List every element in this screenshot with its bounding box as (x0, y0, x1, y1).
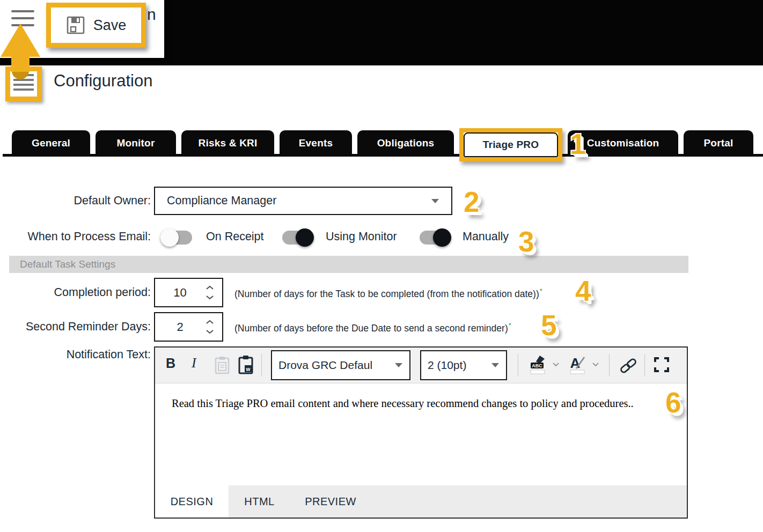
save-icon (66, 16, 85, 35)
toolbar-divider (261, 354, 262, 376)
hint-text: (Number of days before the Due Date to s… (234, 323, 508, 334)
hamburger-bar (11, 10, 34, 12)
editor-content-area[interactable]: Read this Triage PRO email content and w… (155, 383, 687, 485)
default-owner-value: Compliance Manager (167, 194, 276, 208)
step-badge-5: 5 (541, 311, 556, 339)
toolbar-divider (518, 354, 518, 376)
toolbar-divider (609, 354, 610, 376)
completion-period-input[interactable]: 10 (154, 278, 223, 307)
spinner-up-icon[interactable] (206, 320, 214, 324)
default-owner-select[interactable]: Compliance Manager (154, 187, 452, 215)
step-badge-1: 1 (570, 130, 585, 158)
completion-period-label: Completion period: (0, 286, 151, 299)
hamburger-bar (11, 17, 34, 19)
svg-text:w: w (246, 366, 251, 372)
configuration-tabbar: General Monitor Risks & KRI Events Oblig… (12, 130, 753, 161)
tab-triage-pro[interactable]: Triage PRO (464, 132, 558, 157)
font-name-value: Drova GRC Defaul (278, 359, 394, 372)
hint-text: (Number of days for the Task to be compl… (234, 289, 539, 299)
save-button-highlight-box: Save (46, 3, 146, 48)
second-reminder-hint: (Number of days before the Due Date to s… (234, 321, 511, 334)
second-reminder-label: Second Reminder Days: (0, 320, 151, 334)
using-monitor-label: Using Monitor (326, 230, 397, 243)
required-asterisk: * (509, 321, 511, 329)
mode-tab-design[interactable]: DESIGN (155, 485, 229, 518)
bold-button[interactable]: B (166, 356, 175, 371)
tab-risks-kri[interactable]: Risks & KRI (181, 130, 274, 156)
editor-mode-tabs: DESIGN HTML PREVIEW (155, 485, 687, 518)
step-badge-2: 2 (464, 188, 479, 216)
spellcheck-color-icon[interactable]: ABC (529, 354, 547, 376)
on-receipt-label: On Receipt (206, 230, 264, 243)
hamburger-bar (13, 88, 34, 91)
font-color-icon[interactable]: A (568, 354, 586, 376)
editor-text: Read this Triage PRO email content and w… (172, 397, 634, 409)
dropdown-caret-icon (431, 198, 439, 204)
dropdown-caret-icon (491, 363, 500, 368)
italic-button[interactable]: I (192, 355, 196, 371)
link-icon[interactable] (619, 357, 638, 374)
second-reminder-value: 2 (155, 320, 203, 334)
editor-toolbar: B I w Drova GRC Defaul (155, 348, 687, 383)
tab-events[interactable]: Events (280, 130, 352, 156)
font-name-select[interactable]: Drova GRC Defaul (271, 350, 410, 380)
toggle-knob (160, 228, 179, 247)
tab-obligations[interactable]: Obligations (357, 130, 454, 156)
dropdown-caret-icon (394, 363, 403, 368)
spellcheck-dropdown-chevron-icon[interactable] (552, 362, 560, 367)
page-title: Configuration (54, 71, 152, 91)
mode-tab-preview[interactable]: PREVIEW (290, 485, 371, 518)
tab-triage-pro-highlight-box: Triage PRO (459, 128, 562, 161)
svg-text:ABC: ABC (532, 363, 542, 368)
font-color-dropdown-chevron-icon[interactable] (592, 362, 599, 367)
toggle-manually[interactable] (420, 231, 450, 245)
completion-period-hint: (Number of days for the Task to be compl… (234, 287, 542, 300)
save-button-label: Save (93, 17, 127, 34)
toggle-knob (296, 228, 314, 247)
paste-from-word-icon[interactable]: w (238, 354, 254, 375)
notification-text-label: Notification Text: (0, 348, 151, 361)
mode-tab-html[interactable]: HTML (229, 485, 290, 518)
default-task-settings-header: Default Task Settings (9, 256, 688, 273)
process-email-label: When to Process Email: (0, 230, 151, 243)
spinner-up-icon[interactable] (206, 285, 214, 290)
required-asterisk: * (540, 287, 542, 295)
spinner-down-icon[interactable] (206, 295, 214, 300)
configuration-page: Save n Configuration General Monitor Ris… (0, 0, 763, 532)
font-size-value: 2 (10pt) (428, 359, 491, 372)
notification-text-editor: B I w Drova GRC Defaul (154, 346, 688, 519)
step-badge-6: 6 (665, 388, 681, 417)
fullscreen-icon[interactable] (654, 357, 669, 372)
tab-monitor[interactable]: Monitor (96, 130, 176, 156)
clipped-text-fragment: n (147, 5, 156, 24)
toolbar-divider (644, 354, 645, 376)
tab-portal[interactable]: Portal (684, 130, 753, 156)
completion-period-value: 10 (155, 286, 203, 300)
toggle-on-receipt[interactable] (162, 231, 192, 245)
manually-label: Manually (463, 230, 509, 243)
save-button[interactable]: Save (51, 8, 141, 43)
paste-icon[interactable] (214, 356, 230, 375)
step-badge-4: 4 (575, 277, 591, 305)
second-reminder-input[interactable]: 2 (154, 312, 223, 342)
svg-text:A: A (570, 355, 581, 371)
default-owner-label: Default Owner: (0, 194, 151, 208)
font-size-select[interactable]: 2 (10pt) (420, 350, 507, 380)
step-badge-3: 3 (518, 227, 534, 256)
toggle-knob (433, 228, 451, 247)
tab-general[interactable]: General (12, 130, 90, 156)
toggle-using-monitor[interactable] (282, 231, 312, 245)
callout-arrow (0, 24, 43, 80)
spinner-down-icon[interactable] (206, 329, 214, 334)
hamburger-bar (13, 84, 34, 86)
